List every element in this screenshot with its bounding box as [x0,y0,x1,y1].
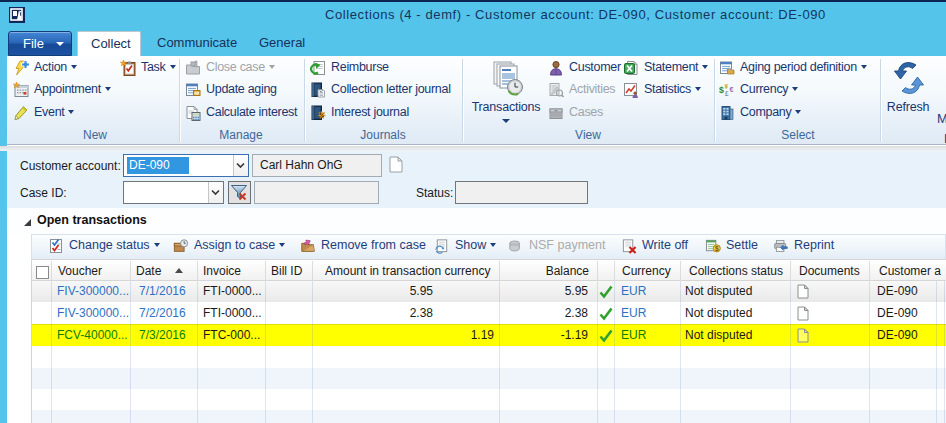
svg-text:€: € [729,85,733,94]
svg-text:£: £ [725,90,729,97]
svg-text:$: $ [719,85,724,95]
svg-text:$: $ [715,245,719,253]
